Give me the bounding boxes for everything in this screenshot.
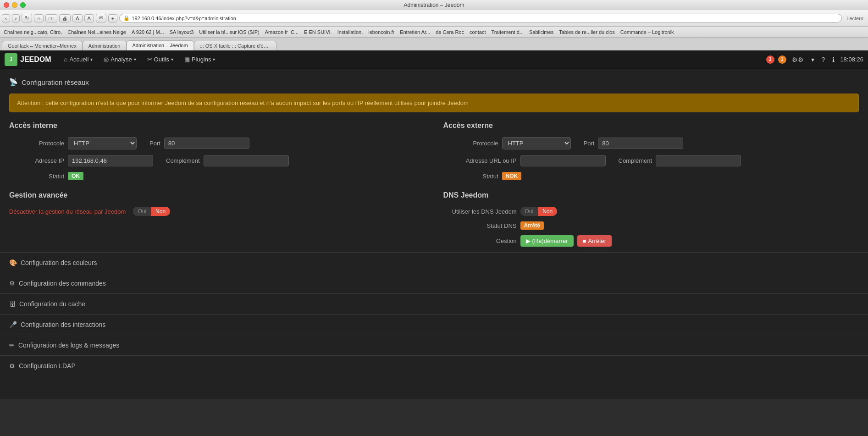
port-interne-input[interactable] — [164, 138, 249, 149]
print-button[interactable]: 🖨 — [59, 14, 71, 22]
address-input[interactable] — [132, 16, 838, 21]
window-buttons[interactable] — [4, 2, 26, 8]
config-commandes-section[interactable]: ⚙ Configuration des commandes — [0, 273, 868, 293]
protocole-interne-label: Protocole — [9, 140, 64, 147]
secure-icon: 🔒 — [123, 15, 130, 21]
badge-red[interactable]: 3 — [766, 55, 774, 64]
arreter-button[interactable]: ■ Arrêter — [577, 235, 612, 247]
toggle-on-label: Oui — [133, 207, 151, 216]
wifi-icon: 📡 — [9, 78, 18, 86]
nav-right: 3 1 ⚙⚙ ▾ ? ℹ 18:08:26 — [766, 54, 863, 65]
font-large-button[interactable]: A — [84, 14, 94, 22]
reader-button[interactable]: Lecteur — [844, 15, 866, 22]
jeedom-navbar: J JEEDOM ⌂ Accueil ▾ ◎ Analyse ▾ ✂ Outil… — [0, 50, 868, 69]
forward-button[interactable]: › — [12, 14, 20, 22]
bookmark-item[interactable]: Amazon.fr :C... — [265, 29, 299, 35]
bookmark-item[interactable]: Utiliser la té...sur iOS (SIP) — [199, 29, 259, 35]
toggle-off-label: Non — [151, 207, 170, 216]
commands-icon: ⚙ — [9, 280, 15, 287]
minimize-button[interactable] — [12, 2, 17, 8]
config-ldap-label: Configuration LDAP — [19, 362, 76, 370]
bookmark-item[interactable]: Chaînes Nei...aines Neige — [67, 29, 126, 35]
bookmark-item[interactable]: Commande – Logitronik — [620, 29, 674, 35]
bookmark-item[interactable]: Installation, — [337, 29, 363, 35]
bookmark-item[interactable]: contact — [470, 29, 486, 35]
user-icon[interactable]: ▾ — [809, 54, 816, 65]
tab-admin[interactable]: Administration — [83, 41, 127, 50]
chevron-down-icon: ▾ — [90, 57, 93, 62]
config-couleurs-section[interactable]: 🎨 Configuration des couleurs — [0, 252, 868, 273]
config-ldap-section[interactable]: ⚙ Configuration LDAP — [0, 355, 868, 376]
back-button[interactable]: ‹ — [2, 14, 10, 22]
adresse-ip-row: Adresse IP Complément — [9, 155, 425, 166]
network-icon[interactable]: ⚙⚙ — [790, 54, 806, 65]
redemarrer-label: (Re)démarrer — [532, 237, 568, 244]
nav-analyse[interactable]: ◎ Analyse ▾ — [98, 53, 141, 66]
complement-interne-input[interactable] — [204, 155, 289, 166]
bookmark-item[interactable]: SA layout3 — [170, 29, 194, 35]
browser-toolbar: ‹ › ↻ ⌂ □↑ 🖨 A A ✉ + 🔒 Lecteur — [0, 10, 868, 27]
dns-toggle-on-label: Oui — [520, 207, 538, 216]
desactiver-gestion-row: Désactiver la gestion du réseau par Jeed… — [9, 207, 425, 216]
protocole-externe-row: Protocole HTTP HTTPS Port — [443, 137, 859, 149]
statut-dns-badge: Arrêté — [520, 221, 544, 230]
mail-button[interactable]: ✉ — [96, 14, 106, 22]
nav-accueil[interactable]: ⌂ Accueil ▾ — [59, 53, 99, 66]
config-logs-section[interactable]: ✏ Configuration des logs & messages — [0, 335, 868, 355]
nav-plugins[interactable]: ▦ Plugins ▾ — [179, 53, 221, 66]
adresse-ip-input[interactable] — [68, 155, 153, 166]
add-tab-button[interactable]: + — [108, 14, 117, 22]
title-bar: Administration – Jeedom — [0, 0, 868, 10]
utiliser-dns-row: Utiliser les DNS Jeedom Oui Non — [443, 207, 859, 216]
nav-outils[interactable]: ✂ Outils ▾ — [142, 53, 179, 66]
config-interactions-section[interactable]: 🎤 Configuration des interactions — [0, 314, 868, 335]
close-button[interactable] — [4, 2, 9, 8]
logo-text: JEEDOM — [20, 55, 51, 64]
bookmark-item[interactable]: Entretien Ar... — [400, 29, 430, 35]
bookmark-item[interactable]: de Cera Roc — [436, 29, 464, 35]
utiliser-dns-toggle[interactable]: Oui Non — [520, 207, 558, 216]
badge-orange[interactable]: 1 — [778, 55, 786, 64]
protocole-externe-select[interactable]: HTTP HTTPS — [502, 137, 571, 149]
refresh-button[interactable]: ↻ — [22, 14, 32, 22]
bookmark-item[interactable]: Chaînes neig...cato, Citro, — [4, 29, 62, 35]
statut-interne-row: Statut OK — [9, 172, 425, 180]
window-title: Administration – Jeedom — [404, 2, 464, 8]
nav-analyse-label: Analyse — [111, 56, 132, 63]
bookmarks-bar: Chaînes neig...cato, Citro, Chaînes Nei.… — [0, 27, 868, 38]
address-bar[interactable]: 🔒 — [119, 14, 842, 22]
home-button[interactable]: ⌂ — [34, 14, 44, 22]
tab-jeedom-admin[interactable]: Administration – Jeedom — [127, 40, 194, 50]
analyse-icon: ◎ — [104, 56, 109, 63]
bookmark-item[interactable]: leboncoin.fr — [368, 29, 394, 35]
chevron-down-icon: ▾ — [213, 57, 215, 62]
statut-dns-row: Statut DNS Arrêté — [443, 221, 859, 230]
protocole-interne-select[interactable]: HTTP HTTPS — [68, 137, 137, 149]
bookmark-item[interactable]: A 920 62 | M... — [132, 29, 164, 35]
share-button[interactable]: □↑ — [45, 14, 57, 22]
play-icon: ▶ — [526, 237, 531, 244]
adresse-url-input[interactable] — [520, 155, 606, 166]
mic-icon: 🎤 — [9, 321, 17, 328]
maximize-button[interactable] — [20, 2, 26, 8]
statut-interne-label: Statut — [9, 173, 64, 180]
complement-externe-input[interactable] — [656, 155, 741, 166]
question-icon[interactable]: ? — [820, 54, 827, 65]
info-icon[interactable]: ℹ — [830, 54, 836, 65]
adresse-ip-label: Adresse IP — [9, 157, 64, 164]
palette-icon: 🎨 — [9, 259, 17, 266]
tab-geohack[interactable]: GeoHack – Monnetier–Mornex — [2, 41, 83, 50]
redemarrer-button[interactable]: ▶ (Re)démarrer — [520, 235, 574, 247]
page-title: Configuration réseaux — [22, 78, 89, 86]
arreter-label: Arrêter — [588, 237, 606, 244]
tab-osx[interactable]: ::: OS X facile ::: Capture d'écran — [194, 41, 276, 50]
bookmark-item[interactable]: Traitement d... — [491, 29, 524, 35]
port-externe-input[interactable] — [598, 138, 683, 149]
bookmark-item[interactable]: Tables de re...lier du clos — [559, 29, 615, 35]
config-cache-section[interactable]: 🗄 Configuration du cache — [0, 293, 868, 314]
desactiver-toggle[interactable]: Oui Non — [133, 207, 170, 216]
bookmark-item[interactable]: Sablicimes — [529, 29, 553, 35]
bookmark-item[interactable]: E EN SUIVI. — [304, 29, 332, 35]
font-small-button[interactable]: A — [72, 14, 82, 22]
home-icon: ⌂ — [64, 56, 68, 63]
